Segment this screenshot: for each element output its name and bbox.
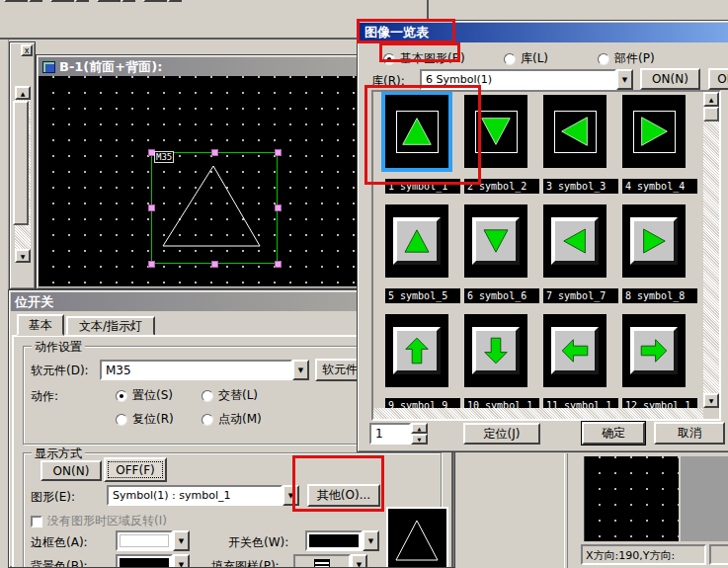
grid-hscrollbar[interactable] — [373, 408, 703, 419]
toolbox-close-button[interactable]: x — [21, 44, 33, 56]
symbol-thumbnail[interactable] — [543, 314, 607, 387]
selection-handle[interactable] — [275, 204, 282, 211]
text-color-tool-dropdown-arrow[interactable]: ▼ — [75, 0, 89, 2]
cancel-button[interactable]: 取消 — [654, 422, 725, 445]
list-off-button[interactable]: OFF(F) — [708, 68, 728, 90]
toolbox-panel: x ▲ ▼ — [9, 41, 36, 289]
symbol-thumbnail[interactable] — [385, 204, 448, 278]
toolbox-scrollbar[interactable] — [15, 100, 31, 249]
list-on-button[interactable]: ON(N) — [640, 68, 700, 90]
symbol-thumbnail[interactable] — [543, 204, 607, 278]
toolbox-scroll-up-button[interactable]: ▲ — [15, 86, 31, 100]
bg-color-combobox[interactable]: ▼ — [116, 554, 190, 568]
device-label: 软元件(D): — [31, 363, 89, 379]
pattern-arrow[interactable]: ▼ — [351, 554, 367, 568]
radio-basic-figure-circle[interactable] — [383, 53, 395, 65]
radio-reset-circle[interactable] — [116, 414, 127, 426]
symbol-thumbnail[interactable] — [464, 204, 527, 278]
symbol-thumbnail[interactable] — [464, 314, 527, 387]
pattern-combobox[interactable]: ▼ — [293, 554, 367, 568]
shape-dropdown-arrow[interactable]: ▼ — [283, 485, 299, 506]
pattern-label: 填充图样(P): — [211, 558, 280, 568]
symbol-item-5[interactable]: 5 symbol_5 — [385, 204, 464, 303]
symbol-item-10[interactable]: 10 symbol_1 — [464, 314, 543, 413]
off-button[interactable]: OFF(F) — [104, 457, 167, 482]
fill-color-tool-button[interactable] — [97, 0, 121, 2]
radio-library[interactable]: 库(L) — [504, 50, 548, 67]
symbol-thumbnail[interactable] — [385, 95, 448, 168]
symbol-thumbnail[interactable] — [622, 314, 686, 387]
device-dropdown-arrow[interactable]: ▼ — [292, 360, 309, 380]
image-list-titlebar[interactable]: 图像一览表 — [360, 23, 728, 42]
tab-basic[interactable]: 基本 — [17, 314, 64, 336]
index-spin-up[interactable]: ▲ — [411, 423, 428, 434]
status-position-text: X方向:190,Y方向: — [586, 549, 675, 562]
toolbox-scroll-thumb[interactable] — [13, 101, 29, 225]
device-combobox[interactable]: M35 ▼ — [100, 360, 309, 380]
radio-momentary-circle[interactable] — [202, 414, 213, 426]
symbol-item-4[interactable]: 4 symbol_4 — [622, 95, 701, 194]
radio-library-circle[interactable] — [504, 53, 516, 65]
radio-alternate[interactable]: 交替(L) — [202, 387, 258, 404]
radio-basic-figure[interactable]: 基本图形(B) — [383, 50, 465, 67]
radio-parts-circle[interactable] — [598, 53, 609, 65]
frame-color-arrow[interactable]: ▼ — [173, 530, 190, 551]
radio-momentary[interactable]: 点动(M) — [202, 411, 262, 428]
index-spinner[interactable]: 1 ▲ ▼ — [369, 423, 428, 445]
library-dropdown-arrow[interactable]: ▼ — [616, 69, 633, 90]
zoom-color-tool-dropdown-arrow[interactable]: ▼ — [29, 0, 42, 2]
radio-set-circle[interactable] — [116, 390, 127, 402]
selection-handle[interactable] — [148, 261, 155, 268]
symbol-thumbnail[interactable] — [464, 95, 527, 168]
ok-button[interactable]: 确定 — [582, 422, 645, 445]
text-color-tool-button[interactable]: A — [50, 0, 74, 2]
index-spin-down[interactable]: ▼ — [411, 434, 428, 445]
symbol-thumbnail[interactable] — [543, 95, 607, 168]
selection-handle[interactable] — [275, 261, 282, 268]
symbol-item-12[interactable]: 12 symbol_1 — [622, 314, 701, 413]
invert-checkbox[interactable] — [31, 516, 42, 527]
grid-scrollbar[interactable] — [703, 107, 719, 393]
symbol-item-11[interactable]: 11 symbol_1 — [543, 314, 622, 413]
symbol-frame — [554, 111, 597, 153]
other-button[interactable]: 其他(O)... — [307, 484, 380, 507]
grid-scroll-thumb[interactable] — [703, 107, 719, 122]
tab-text-lamp[interactable]: 文本/指示灯 — [66, 316, 155, 336]
symbol-thumbnail[interactable] — [622, 95, 686, 168]
selection-handle[interactable] — [211, 149, 218, 156]
selection-handle[interactable] — [275, 149, 282, 156]
symbol-item-3[interactable]: 3 symbol_3 — [543, 95, 622, 194]
symbol-item-9[interactable]: 9 symbol_9 — [385, 314, 464, 413]
locate-button[interactable]: 定位(J) — [463, 423, 540, 445]
selection-rectangle[interactable] — [151, 152, 278, 264]
symbol-item-7[interactable]: 7 symbol_7 — [543, 204, 622, 303]
selection-handle[interactable] — [148, 204, 155, 211]
on-button[interactable]: ON(N) — [40, 460, 102, 481]
line-color-tool-dropdown-arrow[interactable]: ▼ — [168, 0, 182, 2]
radio-reset[interactable]: 复位(R) — [116, 411, 174, 428]
symbol-item-6[interactable]: 6 symbol_6 — [464, 204, 543, 303]
radio-parts[interactable]: 部件(P) — [598, 50, 655, 67]
radio-set[interactable]: 置位(S) — [116, 387, 173, 404]
shape-combobox[interactable]: Symbol(1) : symbol_1 ▼ — [107, 485, 299, 506]
grid-scroll-up-button[interactable]: ▲ — [703, 92, 719, 107]
switch-color-combobox[interactable]: ▼ — [305, 530, 379, 551]
symbol-thumbnail[interactable] — [385, 314, 448, 387]
selection-handle[interactable] — [211, 261, 218, 268]
frame-color-combobox[interactable]: ▼ — [116, 530, 190, 551]
symbol-item-1[interactable]: 1 symbol_1 — [385, 95, 464, 194]
symbol-thumbnail[interactable] — [622, 204, 686, 278]
invert-checkbox-row[interactable]: 没有图形时区域反转(I) — [31, 513, 167, 529]
bg-color-arrow[interactable]: ▼ — [173, 554, 190, 568]
switch-color-arrow[interactable]: ▼ — [363, 530, 379, 551]
grid-scroll-down-button[interactable]: ▼ — [703, 393, 719, 408]
line-color-tool-button[interactable] — [143, 0, 167, 2]
zoom-color-tool-button[interactable]: 2 — [4, 0, 28, 2]
symbol-item-2[interactable]: 2 symbol_2 — [464, 95, 543, 194]
fill-color-tool-dropdown-arrow[interactable]: ▼ — [121, 0, 135, 2]
library-combobox[interactable]: 6 Symbol(1) ▼ — [420, 69, 633, 90]
toolbox-scroll-down-button[interactable]: ▼ — [15, 249, 31, 263]
radio-alternate-circle[interactable] — [202, 390, 213, 402]
symbol-3d-button — [393, 327, 441, 374]
symbol-item-8[interactable]: 8 symbol_8 — [622, 204, 701, 303]
